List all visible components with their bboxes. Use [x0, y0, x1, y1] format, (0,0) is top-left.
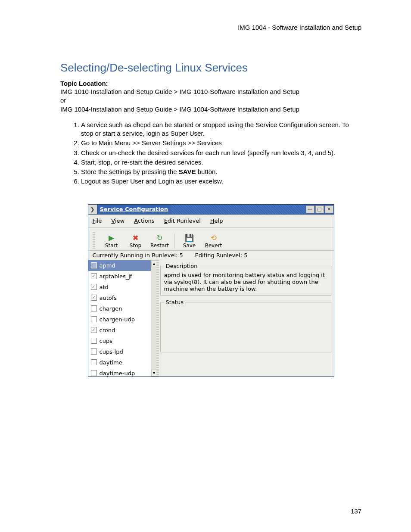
- service-name-label: daytime: [100, 359, 122, 366]
- service-row-daytime-udp[interactable]: daytime-udp: [88, 368, 151, 376]
- service-checkbox[interactable]: [91, 338, 97, 344]
- service-checkbox[interactable]: [91, 359, 97, 365]
- menubar: File View Actions Edit Runlevel Help: [88, 215, 334, 228]
- service-checkbox[interactable]: [91, 370, 97, 376]
- service-row-cups-lpd[interactable]: cups-lpd: [88, 346, 151, 357]
- revert-icon: ⟲: [209, 233, 218, 243]
- service-checkbox[interactable]: ✓: [91, 284, 97, 290]
- start-button[interactable]: ▶ Start: [100, 231, 124, 249]
- service-row-daytime[interactable]: daytime: [88, 357, 151, 368]
- step-4: Start, stop, or re-start the desired ser…: [81, 158, 361, 167]
- running-header: IMG 1004 - Software Installation and Set…: [60, 24, 361, 31]
- page-title: Selecting/De-selecting Linux Services: [60, 61, 361, 75]
- close-icon[interactable]: ✕: [325, 205, 333, 213]
- service-row-apmd[interactable]: apmd: [88, 260, 151, 271]
- service-name-label: cups-lpd: [100, 348, 123, 355]
- topic-location-label: Topic Location:: [60, 80, 108, 87]
- description-text: apmd is used for monitoring battery stat…: [164, 272, 327, 293]
- steps-list: A service such as dhcpd can be started o…: [60, 121, 361, 186]
- step-2: Go to Main Menu >> Server Settings >> Se…: [81, 139, 361, 147]
- service-checkbox[interactable]: [91, 348, 97, 355]
- minimize-icon[interactable]: —: [306, 205, 314, 213]
- service-row-autofs[interactable]: ✓autofs: [88, 292, 151, 303]
- status-panel: Status: [160, 299, 331, 352]
- save-button[interactable]: 💾 Save: [177, 231, 202, 249]
- restart-icon: ↻: [155, 233, 165, 243]
- topic-location-line-2: IMG 1004-Installation and Setup Guide > …: [60, 106, 299, 113]
- page-number: 137: [351, 507, 361, 515]
- service-row-atd[interactable]: ✓atd: [88, 282, 151, 292]
- editing-runlevel-label: Editing Runlevel: 5: [195, 252, 247, 258]
- service-row-arptables_jf[interactable]: ✓arptables_jf: [88, 271, 151, 282]
- revert-label: Revert: [205, 243, 222, 249]
- stop-icon: ✖: [131, 233, 140, 243]
- service-name-label: daytime-udp: [100, 370, 135, 376]
- collapse-icon[interactable]: ❯: [88, 205, 97, 214]
- step-1: A service such as dhcpd can be started o…: [81, 121, 361, 138]
- toolbar-separator: [174, 234, 175, 249]
- restart-button[interactable]: ↻ Restart: [148, 231, 172, 249]
- service-name-label: apmd: [100, 262, 115, 269]
- step-5: Store the settings by pressing the SAVE …: [81, 168, 361, 176]
- topic-location-or: or: [60, 96, 66, 104]
- service-checkbox[interactable]: ✓: [91, 295, 97, 301]
- menu-help[interactable]: Help: [210, 218, 223, 224]
- pane-splitter[interactable]: [156, 260, 159, 376]
- service-name-label: chargen: [100, 305, 122, 312]
- current-runlevel-label: Currently Running in Runlevel: 5: [93, 252, 183, 258]
- service-list[interactable]: apmd✓arptables_jf✓atd✓autofschargencharg…: [88, 260, 151, 376]
- service-row-chargen[interactable]: chargen: [88, 303, 151, 314]
- service-name-label: arptables_jf: [100, 273, 132, 280]
- window-title: Service Configuration: [97, 206, 171, 212]
- start-label: Start: [105, 243, 118, 249]
- service-checkbox[interactable]: [91, 316, 97, 322]
- play-icon: ▶: [107, 233, 116, 243]
- service-name-label: cups: [100, 338, 112, 344]
- status-label: Status: [164, 299, 185, 305]
- stop-button[interactable]: ✖ Stop: [124, 231, 148, 249]
- service-checkbox[interactable]: ✓: [91, 327, 97, 333]
- window-titlebar[interactable]: ❯ Service Configuration — □ ✕: [88, 205, 334, 215]
- service-name-label: autofs: [100, 295, 117, 301]
- service-row-crond[interactable]: ✓crond: [88, 325, 151, 336]
- runlevel-status-bar: Currently Running in Runlevel: 5 Editing…: [88, 251, 334, 260]
- service-checkbox[interactable]: [91, 305, 97, 311]
- toolbar: ▶ Start ✖ Stop ↻ Restart 💾 Save ⟲ Revert: [88, 228, 334, 251]
- menu-actions[interactable]: Actions: [134, 218, 155, 224]
- save-label: Save: [183, 243, 196, 249]
- service-configuration-window: ❯ Service Configuration — □ ✕ File View …: [88, 204, 334, 377]
- topic-location-line-1: IMG 1010-Installation and Setup Guide > …: [60, 88, 299, 95]
- step-6: Logout as Super User and Login as user e…: [81, 177, 361, 186]
- service-checkbox[interactable]: ✓: [91, 273, 97, 279]
- service-row-chargen-udp[interactable]: chargen-udp: [88, 314, 151, 325]
- service-row-cups[interactable]: cups: [88, 336, 151, 346]
- titlebar-drag-area[interactable]: [171, 205, 305, 214]
- menu-edit-runlevel[interactable]: Edit Runlevel: [164, 218, 201, 224]
- step-3: Check or un-check the desired services f…: [81, 149, 361, 157]
- service-name-label: atd: [100, 284, 109, 290]
- revert-button[interactable]: ⟲ Revert: [202, 231, 226, 249]
- service-checkbox[interactable]: [91, 262, 97, 268]
- stop-label: Stop: [130, 243, 141, 249]
- toolbar-handle[interactable]: [93, 231, 95, 249]
- description-panel: Description apmd is used for monitoring …: [160, 263, 331, 296]
- restart-label: Restart: [150, 243, 169, 249]
- menu-file[interactable]: File: [93, 218, 102, 224]
- description-label: Description: [164, 263, 199, 269]
- save-icon: 💾: [185, 233, 194, 243]
- menu-view[interactable]: View: [111, 218, 125, 224]
- maximize-icon[interactable]: □: [315, 205, 324, 213]
- service-name-label: chargen-udp: [100, 316, 135, 323]
- service-name-label: crond: [100, 327, 115, 333]
